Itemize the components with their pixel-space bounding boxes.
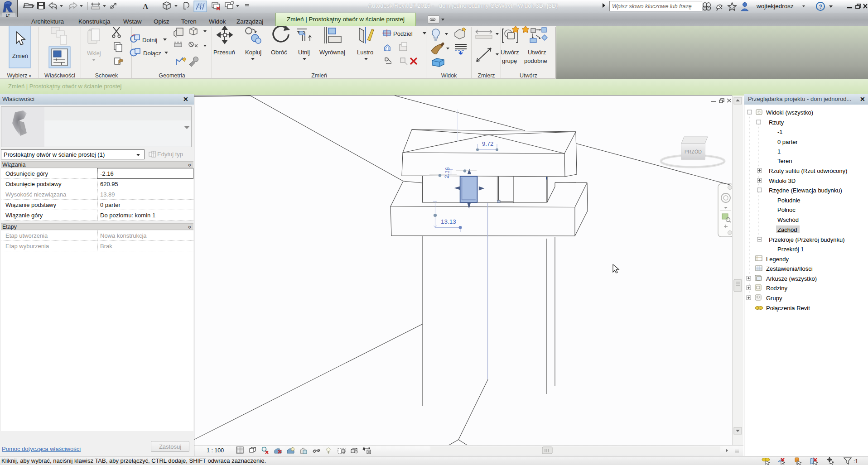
svg-text:Wklej: Wklej xyxy=(87,50,101,57)
svg-text:Przekroje (Przekrój budynku): Przekroje (Przekrój budynku) xyxy=(769,236,845,243)
svg-text:PRZÓD: PRZÓD xyxy=(685,149,702,154)
svg-text:Wyrównaj: Wyrównaj xyxy=(319,49,345,56)
svg-text:Utwórz: Utwórz xyxy=(528,49,546,56)
svg-text:?: ? xyxy=(819,3,823,10)
svg-text:Południe: Południe xyxy=(777,197,800,204)
svg-text:Kopiuj: Kopiuj xyxy=(245,49,261,56)
svg-text:Obróć: Obróć xyxy=(271,49,287,56)
svg-text:podobne: podobne xyxy=(524,58,547,64)
svg-text:Utwórz: Utwórz xyxy=(501,49,519,56)
svg-text:Wschód: Wschód xyxy=(777,216,799,223)
svg-text:Grupy: Grupy xyxy=(766,295,782,302)
svg-text:Przekrój 1: Przekrój 1 xyxy=(777,246,804,253)
svg-text:Arkusze (wszystko): Arkusze (wszystko) xyxy=(766,275,817,282)
svg-text:Północ: Północ xyxy=(777,206,796,213)
svg-text:A: A xyxy=(143,2,149,11)
svg-text:Połączenia Revit: Połączenia Revit xyxy=(766,305,810,312)
svg-text:Utnij: Utnij xyxy=(298,49,310,56)
svg-text:Zmień: Zmień xyxy=(12,53,28,59)
svg-text:Zestawienia/Ilości: Zestawienia/Ilości xyxy=(766,265,813,272)
svg-text:Dołącz: Dołącz xyxy=(143,50,161,57)
svg-text:1: 1 xyxy=(777,148,781,155)
svg-text:Rzuty sufitu (Rzut odwrócony): Rzuty sufitu (Rzut odwrócony) xyxy=(769,168,847,174)
svg-text:Podziel: Podziel xyxy=(393,30,413,37)
svg-text::1: :1 xyxy=(854,458,858,465)
svg-text:Przesuń: Przesuń xyxy=(213,49,235,56)
svg-text:grupę: grupę xyxy=(502,58,517,64)
svg-text:Teren: Teren xyxy=(777,158,792,164)
svg-text:LT: LT xyxy=(6,13,10,17)
svg-text:Rzędne (Elewacja budynku): Rzędne (Elewacja budynku) xyxy=(769,187,842,194)
svg-text:Lustro: Lustro xyxy=(357,49,373,56)
svg-text:Legendy: Legendy xyxy=(766,256,789,263)
svg-text:Zachód: Zachód xyxy=(777,226,797,233)
svg-text:-1: -1 xyxy=(777,129,783,135)
svg-text:Rodziny: Rodziny xyxy=(766,285,787,292)
svg-text:0 parter: 0 parter xyxy=(777,139,798,145)
svg-text:9.72: 9.72 xyxy=(482,140,493,147)
svg-text:2.16: 2.16 xyxy=(444,167,451,179)
svg-text:Widoki 3D: Widoki 3D xyxy=(769,177,796,184)
svg-text:Rzuty: Rzuty xyxy=(769,119,784,126)
svg-text:Widoki (wszystko): Widoki (wszystko) xyxy=(766,109,813,116)
svg-text:13.13: 13.13 xyxy=(441,218,456,225)
svg-text:Dotnij: Dotnij xyxy=(142,37,157,43)
